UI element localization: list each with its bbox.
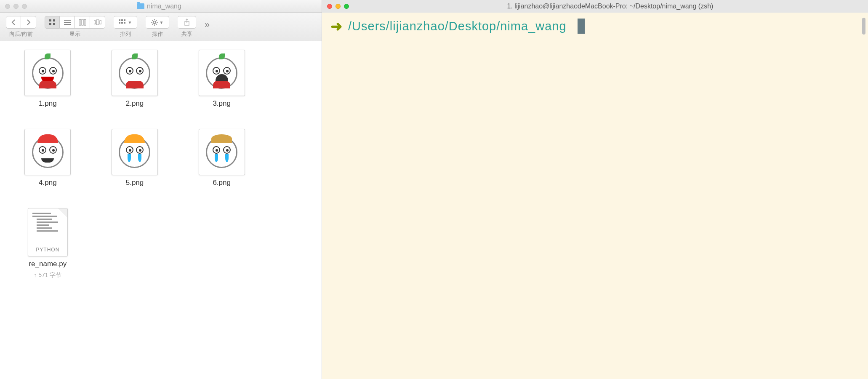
file-name: 2.png [126, 99, 144, 108]
chevron-down-icon: ▼ [160, 20, 164, 25]
python-badge: PYTHON [28, 247, 67, 253]
columns-icon [79, 19, 86, 26]
nav-label: 向后/向前 [9, 30, 33, 38]
scrollbar[interactable] [862, 18, 865, 35]
file-name: 5.png [126, 179, 144, 187]
file-name: re_name.py [29, 260, 67, 268]
file-item[interactable]: 5.png [104, 129, 166, 187]
svg-rect-10 [94, 21, 96, 24]
svg-rect-4 [64, 20, 71, 21]
prompt-line: ➜ /Users/lijianzhao/Desktop/nima_wang [330, 18, 860, 35]
chevron-right-icon [27, 19, 31, 25]
prompt-path: /Users/lijianzhao/Desktop/nima_wang [348, 19, 567, 33]
svg-rect-11 [96, 20, 99, 25]
file-name: 1.png [39, 99, 57, 108]
svg-rect-6 [64, 24, 71, 25]
image-thumbnail [199, 50, 245, 96]
minimize-icon[interactable] [13, 4, 19, 9]
forward-button[interactable] [21, 16, 36, 29]
close-icon[interactable] [327, 4, 332, 9]
share-icon [184, 19, 190, 26]
finder-content[interactable]: 1.png 2.png 3.png 4.png [0, 41, 322, 379]
file-name: 4.png [39, 179, 57, 187]
file-name: 3.png [213, 99, 231, 108]
arrange-button[interactable]: ▼ [114, 16, 137, 29]
svg-point-19 [153, 21, 156, 24]
svg-rect-8 [82, 19, 83, 25]
list-view-button[interactable] [60, 16, 75, 29]
python-file-icon: PYTHON [28, 208, 68, 256]
back-button[interactable] [6, 16, 21, 29]
action-group: ▼ 操作 [146, 16, 169, 38]
file-item[interactable]: 4.png [17, 129, 79, 187]
column-view-button[interactable] [75, 16, 90, 29]
file-item[interactable]: PYTHON re_name.py ↑ 571 字节 [17, 208, 79, 279]
minimize-icon[interactable] [335, 4, 341, 9]
svg-rect-13 [119, 19, 120, 21]
svg-rect-16 [119, 22, 120, 24]
maximize-icon[interactable] [22, 4, 27, 9]
arrange-group: ▼ 排列 [114, 16, 137, 38]
svg-rect-17 [121, 22, 123, 24]
file-item[interactable]: 6.png [191, 129, 253, 187]
file-meta: ↑ 571 字节 [34, 272, 61, 279]
traffic-lights [327, 4, 349, 9]
svg-rect-12 [100, 21, 101, 24]
folder-icon [137, 3, 144, 9]
file-item[interactable]: 1.png [17, 50, 79, 108]
finder-window: nima_wang 向后/向前 [0, 0, 322, 379]
icon-grid: 1.png 2.png 3.png 4.png [17, 50, 253, 279]
share-label: 共享 [181, 30, 192, 38]
chevron-left-icon [11, 19, 16, 25]
terminal-content[interactable]: ➜ /Users/lijianzhao/Desktop/nima_wang [322, 13, 868, 379]
view-label: 显示 [69, 30, 80, 38]
traffic-lights [5, 4, 27, 9]
window-title: nima_wang [147, 3, 181, 10]
coverflow-view-button[interactable] [90, 16, 105, 29]
gear-icon [151, 19, 158, 26]
grid-icon [49, 19, 56, 26]
svg-rect-2 [49, 23, 51, 25]
view-group: 显示 [45, 16, 105, 38]
svg-rect-5 [64, 22, 71, 23]
icon-view-button[interactable] [45, 16, 60, 29]
maximize-icon[interactable] [344, 4, 349, 9]
share-button[interactable] [178, 16, 196, 29]
action-button[interactable]: ▼ [146, 16, 169, 29]
finder-titlebar[interactable]: nima_wang [0, 0, 322, 13]
coverflow-icon [94, 19, 101, 25]
svg-rect-15 [124, 19, 125, 21]
cursor-icon [578, 19, 585, 34]
toolbar: 向后/向前 显示 [0, 13, 322, 41]
image-thumbnail [112, 129, 158, 175]
image-thumbnail [24, 50, 71, 96]
chevron-down-icon: ▼ [128, 20, 132, 25]
file-name: 6.png [213, 179, 231, 187]
file-item[interactable]: 2.png [104, 50, 166, 108]
terminal-title: 1. lijianzhao@lijianzhaodeMacBook-Pro: ~… [507, 3, 714, 10]
svg-rect-0 [49, 19, 51, 21]
terminal-titlebar[interactable]: 1. lijianzhao@lijianzhaodeMacBook-Pro: ~… [322, 0, 868, 13]
svg-rect-9 [84, 19, 86, 25]
nav-group: 向后/向前 [6, 16, 36, 38]
window-title-content: nima_wang [137, 3, 181, 10]
close-icon[interactable] [5, 4, 10, 9]
toolbar-overflow-icon[interactable]: » [205, 19, 210, 30]
prompt-arrow-icon: ➜ [330, 18, 342, 35]
list-icon [64, 19, 71, 26]
terminal-window: 1. lijianzhao@lijianzhaodeMacBook-Pro: ~… [322, 0, 868, 379]
svg-rect-7 [79, 19, 81, 25]
svg-rect-18 [124, 22, 125, 24]
svg-rect-14 [121, 19, 123, 21]
arrange-label: 排列 [120, 30, 131, 38]
image-thumbnail [199, 129, 245, 175]
image-thumbnail [112, 50, 158, 96]
svg-rect-1 [53, 19, 55, 21]
arrange-icon [119, 19, 126, 25]
svg-rect-3 [53, 23, 55, 25]
image-thumbnail [24, 129, 71, 175]
file-item[interactable]: 3.png [191, 50, 253, 108]
action-label: 操作 [152, 30, 163, 38]
share-group: 共享 [178, 16, 196, 38]
